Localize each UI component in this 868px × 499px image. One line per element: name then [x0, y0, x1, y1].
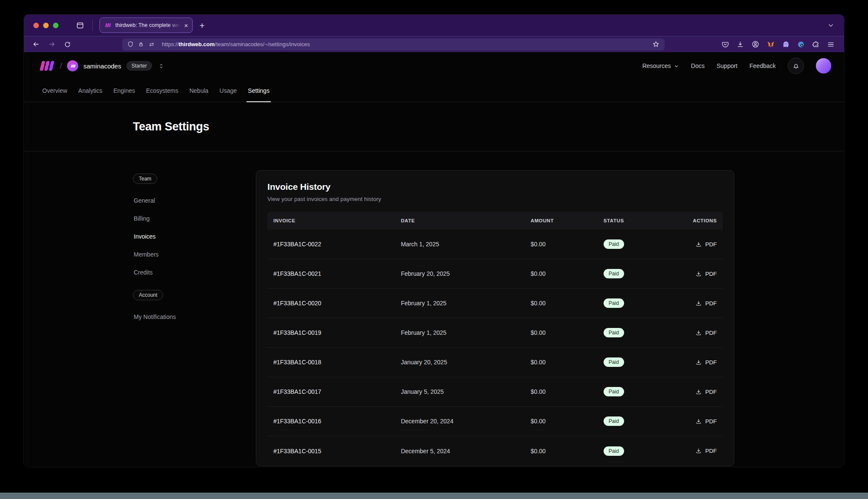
lock-icon[interactable]	[138, 41, 144, 47]
column-header-date: DATE	[395, 212, 525, 230]
tab-overview[interactable]: Overview	[37, 80, 73, 102]
tab-settings[interactable]: Settings	[242, 80, 275, 102]
breadcrumb-separator: /	[60, 61, 62, 71]
pdf-download-button[interactable]: PDF	[695, 241, 717, 248]
address-bar[interactable]: https://thirdweb.com/team/saminacodes/~/…	[122, 38, 665, 50]
bookmark-star-icon[interactable]	[652, 41, 660, 48]
sidebar-item-billing[interactable]: Billing	[133, 210, 256, 227]
invoice-number: #1F33BA1C-0021	[267, 259, 395, 288]
pdf-download-button[interactable]: PDF	[695, 359, 717, 366]
pdf-label: PDF	[705, 271, 717, 277]
pdf-download-button[interactable]: PDF	[695, 271, 717, 277]
sidebar-item-members[interactable]: Members	[133, 245, 256, 263]
thirdweb-logo-icon[interactable]	[37, 60, 55, 71]
settings-sidebar: Team General Billing Invoices Members Cr…	[133, 170, 256, 466]
brand-breadcrumb: / saminacodes Starter	[37, 60, 164, 71]
download-icon	[695, 271, 702, 277]
site-header: / saminacodes Starter	[24, 52, 844, 80]
tab-engines[interactable]: Engines	[108, 80, 141, 102]
pdf-label: PDF	[705, 389, 717, 395]
pdf-download-button[interactable]: PDF	[695, 330, 717, 336]
status-badge: Paid	[604, 269, 624, 278]
invoice-status-cell: Paid	[598, 289, 664, 318]
invoice-date: February 1, 2025	[395, 289, 525, 318]
invoice-date: February 1, 2025	[395, 318, 525, 347]
firefox-view-icon[interactable]	[76, 21, 85, 30]
tab-usage[interactable]: Usage	[214, 80, 242, 102]
sidebar-item-credits[interactable]: Credits	[133, 263, 256, 281]
pdf-label: PDF	[705, 359, 717, 366]
url-domain: thirdweb.com	[179, 41, 215, 47]
download-icon	[695, 418, 702, 425]
pocket-icon[interactable]	[721, 41, 729, 48]
window-minimize-button[interactable]	[43, 23, 49, 28]
pdf-download-button[interactable]: PDF	[695, 448, 717, 454]
browser-tab[interactable]: thirdweb: The complete web3 d ×	[100, 18, 193, 33]
sidebar-item-invoices[interactable]: Invoices	[133, 227, 256, 245]
permissions-icon[interactable]	[148, 41, 155, 47]
notifications-button[interactable]	[788, 58, 804, 74]
download-icon	[695, 330, 702, 336]
window-zoom-button[interactable]	[53, 23, 59, 28]
url-text: https://thirdweb.com/team/saminacodes/~/…	[162, 41, 648, 47]
tab-favicon-thirdweb	[104, 23, 111, 28]
forward-icon[interactable]	[48, 41, 56, 48]
table-row: #1F33BA1C-0015 December 5, 2024 $0.00 Pa…	[267, 436, 723, 466]
invoice-status-cell: Paid	[598, 230, 664, 259]
tab-list-chevron-icon[interactable]	[827, 21, 835, 29]
nav-resources[interactable]: Resources	[642, 62, 679, 69]
menu-hamburger-icon[interactable]	[827, 41, 835, 48]
team-switcher-icon[interactable]	[158, 63, 164, 69]
metamask-icon[interactable]	[767, 41, 775, 48]
table-row: #1F33BA1C-0016 December 20, 2024 $0.00 P…	[267, 407, 723, 436]
nav-support[interactable]: Support	[716, 62, 737, 69]
sidebar-badge-team: Team	[133, 174, 157, 184]
invoice-status-cell: Paid	[598, 318, 664, 347]
new-tab-button[interactable]: +	[199, 21, 205, 30]
back-icon[interactable]	[32, 41, 40, 48]
invoice-actions-cell: PDF	[663, 407, 723, 436]
team-avatar[interactable]	[67, 60, 78, 71]
status-badge: Paid	[604, 387, 624, 396]
extension-blue-icon[interactable]	[797, 41, 805, 48]
invoice-amount: $0.00	[525, 377, 598, 406]
site-tab-bar: Overview Analytics Engines Ecosystems Ne…	[24, 80, 844, 102]
nav-resources-label: Resources	[642, 62, 671, 69]
pdf-download-button[interactable]: PDF	[695, 418, 717, 425]
user-avatar[interactable]	[816, 58, 831, 74]
sidebar-item-general[interactable]: General	[133, 192, 256, 210]
url-protocol: https://	[162, 41, 179, 47]
invoice-date: January 20, 2025	[395, 348, 525, 377]
invoice-date: December 5, 2024	[395, 436, 525, 466]
extensions-puzzle-icon[interactable]	[812, 41, 820, 48]
window-close-button[interactable]	[33, 23, 39, 28]
download-toolbar-icon[interactable]	[736, 41, 744, 48]
pdf-download-button[interactable]: PDF	[695, 300, 717, 307]
pdf-label: PDF	[705, 448, 717, 454]
reload-icon[interactable]	[64, 41, 71, 48]
invoice-actions-cell: PDF	[663, 436, 723, 466]
status-badge: Paid	[604, 328, 624, 337]
column-header-status: STATUS	[598, 212, 664, 230]
tab-analytics[interactable]: Analytics	[73, 80, 108, 102]
pdf-download-button[interactable]: PDF	[695, 389, 717, 395]
card-title: Invoice History	[267, 182, 723, 192]
tab-close-icon[interactable]: ×	[184, 22, 188, 29]
shield-icon[interactable]	[127, 41, 134, 47]
browser-toolbar: https://thirdweb.com/team/saminacodes/~/…	[24, 36, 844, 52]
phantom-icon[interactable]	[782, 41, 790, 48]
nav-feedback[interactable]: Feedback	[750, 62, 776, 69]
account-icon[interactable]	[751, 40, 760, 48]
team-name[interactable]: saminacodes	[83, 62, 121, 70]
window-controls	[33, 23, 59, 28]
tab-nebula[interactable]: Nebula	[184, 80, 214, 102]
invoice-number: #1F33BA1C-0015	[267, 436, 395, 466]
tab-ecosystems[interactable]: Ecosystems	[141, 80, 184, 102]
pdf-label: PDF	[705, 300, 717, 307]
nav-docs[interactable]: Docs	[691, 62, 705, 69]
invoice-status-cell: Paid	[598, 407, 664, 436]
page-content: / saminacodes Starter	[24, 52, 844, 467]
sidebar-item-my-notifications[interactable]: My Notifications	[133, 308, 256, 326]
sidebar-account-nav: My Notifications	[133, 308, 256, 326]
invoice-date: February 20, 2025	[395, 259, 525, 288]
